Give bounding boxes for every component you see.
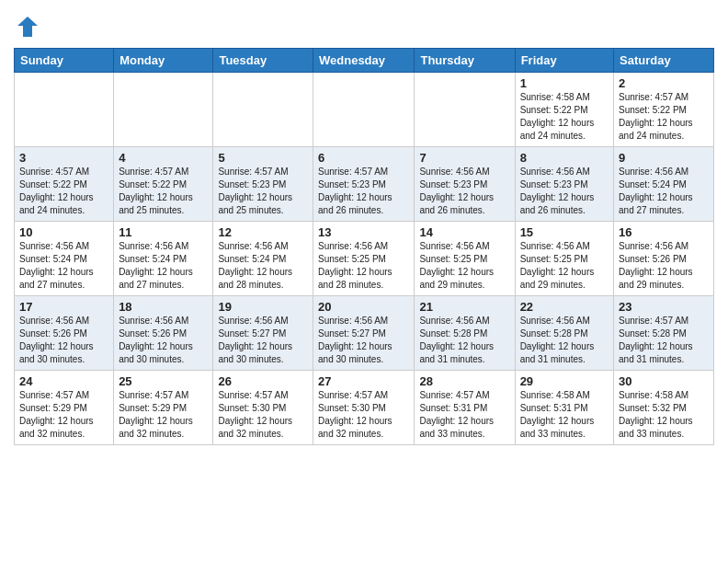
weekday-header-friday: Friday bbox=[515, 49, 613, 73]
day-cell: 10Sunrise: 4:56 AM Sunset: 5:24 PM Dayli… bbox=[15, 222, 114, 296]
day-info: Sunrise: 4:57 AM Sunset: 5:30 PM Dayligh… bbox=[318, 389, 409, 441]
page-container: SundayMondayTuesdayWednesdayThursdayFrid… bbox=[0, 0, 728, 459]
day-cell bbox=[15, 73, 114, 147]
day-number: 1 bbox=[520, 76, 609, 90]
weekday-header-thursday: Thursday bbox=[415, 49, 515, 73]
day-cell: 19Sunrise: 4:56 AM Sunset: 5:27 PM Dayli… bbox=[213, 296, 313, 371]
day-cell: 18Sunrise: 4:56 AM Sunset: 5:26 PM Dayli… bbox=[114, 296, 213, 371]
day-number: 9 bbox=[619, 151, 709, 165]
weekday-header-monday: Monday bbox=[114, 49, 213, 73]
day-cell: 13Sunrise: 4:56 AM Sunset: 5:25 PM Dayli… bbox=[313, 222, 415, 296]
day-cell: 20Sunrise: 4:56 AM Sunset: 5:27 PM Dayli… bbox=[313, 296, 415, 371]
day-info: Sunrise: 4:56 AM Sunset: 5:26 PM Dayligh… bbox=[19, 315, 108, 366]
day-cell bbox=[415, 73, 515, 147]
day-info: Sunrise: 4:56 AM Sunset: 5:25 PM Dayligh… bbox=[520, 240, 609, 292]
day-info: Sunrise: 4:57 AM Sunset: 5:22 PM Dayligh… bbox=[619, 91, 709, 143]
day-number: 20 bbox=[318, 300, 409, 314]
day-cell: 30Sunrise: 4:58 AM Sunset: 5:32 PM Dayli… bbox=[614, 371, 714, 445]
day-cell: 29Sunrise: 4:58 AM Sunset: 5:31 PM Dayli… bbox=[515, 371, 613, 445]
day-cell: 22Sunrise: 4:56 AM Sunset: 5:28 PM Dayli… bbox=[515, 296, 613, 371]
day-cell: 21Sunrise: 4:56 AM Sunset: 5:28 PM Dayli… bbox=[415, 296, 515, 371]
day-cell: 26Sunrise: 4:57 AM Sunset: 5:30 PM Dayli… bbox=[213, 371, 313, 445]
day-cell: 23Sunrise: 4:57 AM Sunset: 5:28 PM Dayli… bbox=[614, 296, 714, 371]
day-cell: 12Sunrise: 4:56 AM Sunset: 5:24 PM Dayli… bbox=[213, 222, 313, 296]
day-number: 10 bbox=[19, 225, 108, 239]
day-info: Sunrise: 4:57 AM Sunset: 5:22 PM Dayligh… bbox=[119, 166, 208, 217]
logo bbox=[14, 13, 45, 40]
week-row-4: 17Sunrise: 4:56 AM Sunset: 5:26 PM Dayli… bbox=[15, 296, 714, 371]
day-number: 13 bbox=[318, 225, 409, 239]
day-info: Sunrise: 4:57 AM Sunset: 5:23 PM Dayligh… bbox=[318, 166, 409, 217]
day-number: 30 bbox=[619, 374, 709, 388]
day-info: Sunrise: 4:56 AM Sunset: 5:27 PM Dayligh… bbox=[318, 315, 409, 366]
day-info: Sunrise: 4:56 AM Sunset: 5:25 PM Dayligh… bbox=[318, 240, 409, 292]
day-number: 15 bbox=[520, 225, 609, 239]
day-number: 29 bbox=[520, 374, 609, 388]
day-cell: 11Sunrise: 4:56 AM Sunset: 5:24 PM Dayli… bbox=[114, 222, 213, 296]
day-cell: 8Sunrise: 4:56 AM Sunset: 5:23 PM Daylig… bbox=[515, 147, 613, 222]
day-cell: 25Sunrise: 4:57 AM Sunset: 5:29 PM Dayli… bbox=[114, 371, 213, 445]
day-number: 26 bbox=[218, 374, 308, 388]
day-number: 23 bbox=[619, 300, 709, 314]
day-number: 3 bbox=[19, 151, 108, 165]
day-number: 25 bbox=[119, 374, 208, 388]
day-cell: 5Sunrise: 4:57 AM Sunset: 5:23 PM Daylig… bbox=[213, 147, 313, 222]
day-info: Sunrise: 4:58 AM Sunset: 5:32 PM Dayligh… bbox=[619, 389, 709, 441]
day-cell: 24Sunrise: 4:57 AM Sunset: 5:29 PM Dayli… bbox=[15, 371, 114, 445]
day-cell: 1Sunrise: 4:58 AM Sunset: 5:22 PM Daylig… bbox=[515, 73, 613, 147]
day-number: 2 bbox=[619, 76, 709, 90]
day-info: Sunrise: 4:56 AM Sunset: 5:27 PM Dayligh… bbox=[218, 315, 308, 366]
weekday-header-row: SundayMondayTuesdayWednesdayThursdayFrid… bbox=[15, 49, 714, 73]
day-number: 22 bbox=[520, 300, 609, 314]
day-number: 4 bbox=[119, 151, 208, 165]
week-row-5: 24Sunrise: 4:57 AM Sunset: 5:29 PM Dayli… bbox=[15, 371, 714, 445]
day-cell: 28Sunrise: 4:57 AM Sunset: 5:31 PM Dayli… bbox=[415, 371, 515, 445]
day-info: Sunrise: 4:57 AM Sunset: 5:31 PM Dayligh… bbox=[419, 389, 509, 441]
day-info: Sunrise: 4:57 AM Sunset: 5:22 PM Dayligh… bbox=[19, 166, 108, 217]
day-cell bbox=[313, 73, 415, 147]
day-info: Sunrise: 4:56 AM Sunset: 5:24 PM Dayligh… bbox=[218, 240, 308, 292]
day-number: 8 bbox=[520, 151, 609, 165]
week-row-3: 10Sunrise: 4:56 AM Sunset: 5:24 PM Dayli… bbox=[15, 222, 714, 296]
day-number: 5 bbox=[218, 151, 308, 165]
day-info: Sunrise: 4:58 AM Sunset: 5:31 PM Dayligh… bbox=[520, 389, 609, 441]
weekday-header-tuesday: Tuesday bbox=[213, 49, 313, 73]
week-row-2: 3Sunrise: 4:57 AM Sunset: 5:22 PM Daylig… bbox=[15, 147, 714, 222]
day-cell: 7Sunrise: 4:56 AM Sunset: 5:23 PM Daylig… bbox=[415, 147, 515, 222]
day-cell: 14Sunrise: 4:56 AM Sunset: 5:25 PM Dayli… bbox=[415, 222, 515, 296]
day-info: Sunrise: 4:56 AM Sunset: 5:26 PM Dayligh… bbox=[619, 240, 709, 292]
day-cell: 16Sunrise: 4:56 AM Sunset: 5:26 PM Dayli… bbox=[614, 222, 714, 296]
day-cell: 9Sunrise: 4:56 AM Sunset: 5:24 PM Daylig… bbox=[614, 147, 714, 222]
day-info: Sunrise: 4:56 AM Sunset: 5:24 PM Dayligh… bbox=[619, 166, 709, 217]
day-number: 24 bbox=[19, 374, 108, 388]
day-info: Sunrise: 4:57 AM Sunset: 5:28 PM Dayligh… bbox=[619, 315, 709, 366]
day-info: Sunrise: 4:56 AM Sunset: 5:23 PM Dayligh… bbox=[419, 166, 509, 217]
day-number: 21 bbox=[419, 300, 509, 314]
day-cell: 6Sunrise: 4:57 AM Sunset: 5:23 PM Daylig… bbox=[313, 147, 415, 222]
day-cell: 17Sunrise: 4:56 AM Sunset: 5:26 PM Dayli… bbox=[15, 296, 114, 371]
day-info: Sunrise: 4:56 AM Sunset: 5:24 PM Dayligh… bbox=[119, 240, 208, 292]
day-info: Sunrise: 4:56 AM Sunset: 5:28 PM Dayligh… bbox=[520, 315, 609, 366]
day-number: 6 bbox=[318, 151, 409, 165]
day-number: 14 bbox=[419, 225, 509, 239]
day-info: Sunrise: 4:56 AM Sunset: 5:24 PM Dayligh… bbox=[19, 240, 108, 292]
weekday-header-saturday: Saturday bbox=[614, 49, 714, 73]
day-cell: 15Sunrise: 4:56 AM Sunset: 5:25 PM Dayli… bbox=[515, 222, 613, 296]
day-number: 28 bbox=[419, 374, 509, 388]
day-info: Sunrise: 4:56 AM Sunset: 5:25 PM Dayligh… bbox=[419, 240, 509, 292]
day-number: 12 bbox=[218, 225, 308, 239]
day-number: 18 bbox=[119, 300, 208, 314]
day-number: 7 bbox=[419, 151, 509, 165]
day-cell: 27Sunrise: 4:57 AM Sunset: 5:30 PM Dayli… bbox=[313, 371, 415, 445]
day-cell: 2Sunrise: 4:57 AM Sunset: 5:22 PM Daylig… bbox=[614, 73, 714, 147]
day-cell bbox=[114, 73, 213, 147]
day-info: Sunrise: 4:58 AM Sunset: 5:22 PM Dayligh… bbox=[520, 91, 609, 143]
day-cell: 3Sunrise: 4:57 AM Sunset: 5:22 PM Daylig… bbox=[15, 147, 114, 222]
day-info: Sunrise: 4:57 AM Sunset: 5:29 PM Dayligh… bbox=[119, 389, 208, 441]
day-number: 11 bbox=[119, 225, 208, 239]
day-cell: 4Sunrise: 4:57 AM Sunset: 5:22 PM Daylig… bbox=[114, 147, 213, 222]
day-info: Sunrise: 4:56 AM Sunset: 5:28 PM Dayligh… bbox=[419, 315, 509, 366]
week-row-1: 1Sunrise: 4:58 AM Sunset: 5:22 PM Daylig… bbox=[15, 73, 714, 147]
weekday-header-wednesday: Wednesday bbox=[313, 49, 415, 73]
day-info: Sunrise: 4:57 AM Sunset: 5:30 PM Dayligh… bbox=[218, 389, 308, 441]
